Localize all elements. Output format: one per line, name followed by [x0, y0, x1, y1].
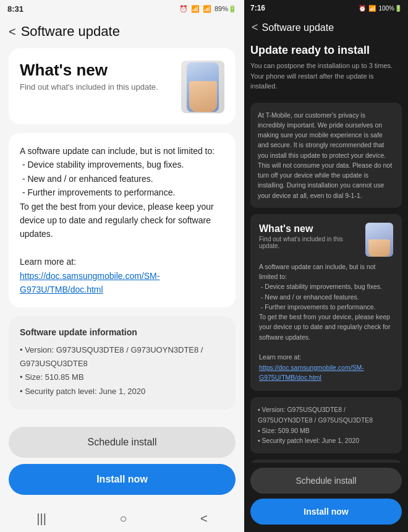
left-description-text: A software update can include, but is no…: [20, 144, 224, 296]
right-page-title: Software update: [262, 22, 334, 33]
right-whats-new-header: What's new Find out what's included in t…: [259, 223, 393, 257]
battery-icon: 89%🔋: [215, 5, 237, 13]
right-time: 7:16: [250, 4, 265, 12]
right-content: Update ready to install You can postpone…: [244, 41, 408, 463]
left-time: 8:31: [7, 4, 23, 14]
left-nav-bar: ||| ○ <: [0, 507, 244, 532]
right-info-security: • Security patch level: June 1, 2020: [258, 435, 394, 446]
phone-screen: [187, 62, 219, 112]
right-info-size: • Size: 509.90 MB: [258, 426, 394, 436]
right-panel: 7:16 ⏰ 📶 100%🔋 < Software update Update …: [244, 0, 408, 532]
nav-home-icon[interactable]: ○: [119, 512, 127, 526]
left-description-card: A software update can include, but is no…: [9, 133, 236, 307]
left-whats-new-card: What's new Find out what's included in t…: [9, 48, 236, 124]
left-info-card: Software update information • Version: G…: [9, 316, 236, 409]
right-whats-new-subtext: Find out what's included in this update.: [259, 236, 365, 249]
right-phone-thumbnail: [365, 223, 393, 257]
left-learn-more-link[interactable]: https://doc.samsungmobile.com/SM-G973U/T…: [20, 271, 159, 294]
right-buttons: Schedule install Install now: [244, 463, 408, 532]
right-phone-hand: [368, 239, 390, 257]
right-update-ready: Update ready to install You can postpone…: [250, 41, 402, 97]
right-whats-new-text: What's new Find out what's included in t…: [259, 223, 365, 249]
left-buttons: Schedule install Install now: [0, 421, 244, 507]
left-info-version: • Version: G973USQU3DTE8 / G973UOYN3DTE8…: [20, 343, 224, 371]
left-panel: 8:31 ⏰ 📶 📶 89%🔋 < Software update What's…: [0, 0, 244, 532]
right-back-button[interactable]: <: [252, 21, 258, 34]
right-info-version: • Version: G975USQU3DTE8 / G975UOYN3DTE8…: [258, 405, 394, 426]
right-install-button[interactable]: Install now: [250, 499, 402, 525]
phone-hand: [189, 81, 217, 112]
right-battery-icon: 100%🔋: [378, 5, 402, 12]
right-whats-new-card: What's new Find out what's included in t…: [250, 214, 402, 391]
right-learn-more-link[interactable]: https://doc.samsungmobile.com/SM-G975U/T…: [259, 364, 364, 381]
right-whats-new-heading: What's new: [259, 223, 365, 236]
right-description-text: A software update can include, but is no…: [259, 262, 393, 382]
right-wifi-icon: 📶: [368, 5, 376, 12]
left-info-title: Software update information: [20, 327, 224, 337]
left-content: What's new Find out what's included in t…: [0, 48, 244, 421]
whats-new-heading: What's new: [20, 61, 158, 80]
wifi-icon: 📶: [191, 5, 200, 13]
whats-new-text: What's new Find out what's included in t…: [20, 61, 158, 92]
left-schedule-button[interactable]: Schedule install: [9, 427, 236, 458]
alarm-icon: ⏰: [179, 5, 188, 13]
left-status-bar: 8:31 ⏰ 📶 📶 89%🔋: [0, 0, 244, 17]
signal-icon: 📶: [203, 5, 211, 13]
right-status-bar: 7:16 ⏰ 📶 100%🔋: [244, 0, 408, 16]
right-caution-text: At T-Mobile, our customer's privacy is i…: [258, 110, 394, 200]
right-header: < Software update: [244, 16, 408, 41]
left-info-security: • Security patch level: June 1, 2020: [20, 385, 224, 398]
left-status-icons: ⏰ 📶 📶 89%🔋: [179, 5, 237, 13]
right-status-icons: ⏰ 📶 100%🔋: [359, 5, 402, 12]
right-update-heading: Update ready to install: [250, 44, 402, 57]
right-alarm-icon: ⏰: [359, 5, 366, 12]
nav-menu-icon[interactable]: |||: [36, 512, 46, 526]
left-info-size: • Size: 510.85 MB: [20, 371, 224, 384]
left-page-title: Software update: [21, 24, 120, 40]
left-install-button[interactable]: Install now: [9, 464, 236, 495]
right-info-box: • Version: G975USQU3DTE8 / G975UOYN3DTE8…: [250, 397, 402, 453]
whats-new-subtext: Find out what's included in this update.: [20, 82, 158, 92]
left-back-button[interactable]: <: [9, 25, 16, 39]
nav-back-icon[interactable]: <: [200, 512, 208, 526]
phone-thumbnail: [181, 61, 224, 113]
right-schedule-button[interactable]: Schedule install: [250, 468, 402, 494]
right-top-caution: At T-Mobile, our customer's privacy is i…: [250, 103, 402, 208]
right-update-note: You can postpone the installation up to …: [250, 61, 402, 92]
left-header: < Software update: [0, 17, 244, 48]
